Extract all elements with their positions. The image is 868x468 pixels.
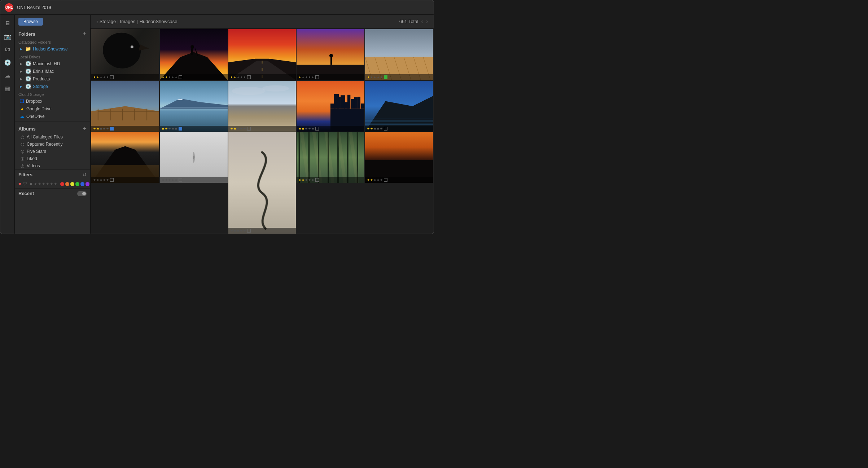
nav-prev-icon[interactable]: ‹: [421, 18, 423, 25]
filter-x-icon[interactable]: ✕: [29, 181, 33, 187]
photo-cell[interactable]: ★ ★ ★ ★ ★: [365, 29, 433, 80]
star-icon: ★: [233, 229, 236, 233]
album-item-captured-recently[interactable]: ◎ Captured Recently: [15, 141, 90, 148]
star-icon: ★: [106, 178, 109, 182]
photo-flag: [315, 127, 319, 131]
heart-filled-icon[interactable]: ♥: [18, 181, 21, 187]
photo-canvas: [160, 132, 228, 183]
star-icon: ★: [370, 127, 373, 131]
color-dot-orange[interactable]: [65, 182, 69, 186]
heart-empty-icon[interactable]: ♡: [23, 181, 27, 187]
breadcrumb-part-2[interactable]: Images: [120, 19, 136, 24]
star-icon: ★: [311, 178, 314, 182]
star-icon: ★: [165, 127, 168, 131]
star-icon: ★: [42, 182, 45, 186]
sidebar-icon-monitor[interactable]: 🖥: [2, 18, 13, 29]
color-dot-red[interactable]: [60, 182, 64, 186]
tree-item-macintosh-hd[interactable]: ▶ 💽 Macintosh HD: [15, 60, 90, 67]
star-icon: ★: [175, 127, 177, 131]
breadcrumb-part-3[interactable]: HudsonShowcase: [140, 19, 177, 24]
star-icon: ★: [311, 127, 314, 131]
album-item-liked[interactable]: ◎ Liked: [15, 155, 90, 162]
star-filter[interactable]: ★ ★ ★ ★ ★: [38, 182, 57, 186]
titlebar: ON1 ON1 Resize 2019: [0, 0, 434, 15]
tree-item-hudsonshowcase[interactable]: ▶ 📁 HudsonShowcase: [15, 45, 90, 53]
star-icon: ★: [298, 127, 301, 131]
main-layout: 🖥 📷 🗂 💿 ☁ ▦ Browse Folders + Cataloged F…: [0, 15, 434, 234]
tree-item-dropbox[interactable]: ❑ Dropbox: [15, 97, 90, 105]
star-icon: ★: [168, 75, 171, 79]
tree-item-google-drive[interactable]: ▲ Google Drive: [15, 105, 90, 112]
tree-item-erins-imac[interactable]: ▶ 💽 Erin's iMac: [15, 67, 90, 75]
photo-cell[interactable]: ★ ★ ★ ★ ★: [160, 29, 228, 80]
star-icon: ★: [240, 229, 243, 233]
content-area: ‹ Storage | Images | HudsonShowcase 661 …: [91, 15, 434, 234]
color-dot-blue[interactable]: [80, 182, 84, 186]
star-icon: ★: [377, 75, 380, 79]
photo-cell[interactable]: ★ ★ ★ ★ ★: [91, 29, 159, 80]
photo-flag: [110, 127, 114, 131]
photo-canvas: [228, 81, 296, 132]
photo-cell[interactable]: ★ ★ ★ ★ ★: [297, 29, 364, 80]
album-item-all-cataloged[interactable]: ◎ All Cataloged Files: [15, 133, 90, 141]
sidebar-icon-cloud[interactable]: ☁: [2, 70, 13, 81]
tree-label-erins-imac: Erin's iMac: [33, 69, 54, 74]
breadcrumb-back-icon[interactable]: ‹: [96, 19, 98, 25]
star-icon: ★: [243, 75, 246, 79]
tree-item-storage[interactable]: ▶ 💽 Storage: [15, 83, 90, 90]
star-icon: ★: [380, 75, 383, 79]
nav-next-icon[interactable]: ›: [426, 18, 428, 25]
photo-cell[interactable]: ★ ★ ★ ★ ★: [91, 81, 159, 132]
star-icon: ★: [100, 75, 102, 79]
star-icon: ★: [243, 127, 246, 131]
star-icon: ★: [305, 75, 308, 79]
photo-cell[interactable]: ★ ★ ★ ★ ★: [297, 132, 364, 183]
tree-label-macintosh: Macintosh HD: [33, 61, 60, 66]
photo-cell[interactable]: ★ ★ ★ ★ ★: [228, 81, 296, 132]
browse-button[interactable]: Browse: [18, 18, 43, 26]
photo-cell[interactable]: ★ ★ ★ ★ ★: [365, 81, 433, 132]
star-icon: ★: [171, 127, 174, 131]
photo-cell[interactable]: ★ ★ ★ ★ ★: [365, 132, 433, 183]
breadcrumb-part-1[interactable]: Storage: [100, 19, 116, 24]
star-icon: ★: [377, 178, 380, 182]
disk-icon: 💽: [25, 76, 31, 81]
photo-cell[interactable]: ★ ★ ★ ★ ★: [228, 132, 296, 234]
star-icon: ★: [380, 178, 383, 182]
albums-add-button[interactable]: +: [83, 125, 87, 132]
filters-section: Filters ↺ ♥ ♡ ✕ ≥ ★ ★ ★ ★ ★: [15, 169, 90, 188]
tree-item-products[interactable]: ▶ 💽 Products: [15, 75, 90, 83]
color-dot-green[interactable]: [75, 182, 79, 186]
album-item-five-stars[interactable]: ◎ Five Stars: [15, 148, 90, 155]
sidebar-icon-disk[interactable]: 💿: [2, 57, 13, 68]
star-icon: ★: [175, 178, 177, 182]
star-icon: ★: [380, 127, 383, 131]
tree-item-onedrive[interactable]: ☁ OneDrive: [15, 112, 90, 120]
photo-overlay: ★ ★ ★ ★ ★: [91, 177, 159, 183]
photo-cell[interactable]: ★ ★ ★ ★ ★: [160, 132, 228, 183]
star-icon: ★: [367, 127, 370, 131]
recent-toggle[interactable]: [77, 191, 87, 196]
filters-reset-button[interactable]: ↺: [83, 172, 87, 177]
sidebar-icon-camera[interactable]: 📷: [2, 31, 13, 42]
sidebar-icon-layers[interactable]: 🗂: [2, 44, 13, 55]
left-panel: Browse Folders + Cataloged Folders ▶ 📁 H…: [15, 15, 91, 234]
icon-sidebar: 🖥 📷 🗂 💿 ☁ ▦: [0, 15, 15, 234]
sidebar-icon-grid[interactable]: ▦: [2, 83, 13, 94]
photo-overlay: ★ ★ ★ ★ ★: [297, 177, 364, 183]
color-dot-yellow[interactable]: [70, 182, 74, 186]
star-icon: ★: [373, 178, 376, 182]
photo-cell[interactable]: ★ ★ ★ ★ ★: [228, 29, 296, 80]
album-item-videos[interactable]: ◎ Videos: [15, 162, 90, 169]
color-dot-purple[interactable]: [86, 182, 89, 186]
folders-add-button[interactable]: +: [83, 31, 87, 37]
tree-label-gdrive: Google Drive: [26, 106, 52, 111]
photo-cell[interactable]: ★ ★ ★ ★ ★: [91, 132, 159, 183]
color-filter-dots[interactable]: [60, 182, 89, 186]
star-icon: ★: [230, 75, 233, 79]
photo-grid: ★ ★ ★ ★ ★ ★ ★ ★ ★ ★: [91, 28, 434, 234]
photo-overlay: ★ ★ ★ ★ ★: [365, 177, 433, 183]
star-icon: ★: [305, 178, 308, 182]
photo-cell[interactable]: ★ ★ ★ ★ ★: [297, 81, 364, 132]
photo-cell[interactable]: ★ ★ ★ ★ ★: [160, 81, 228, 132]
